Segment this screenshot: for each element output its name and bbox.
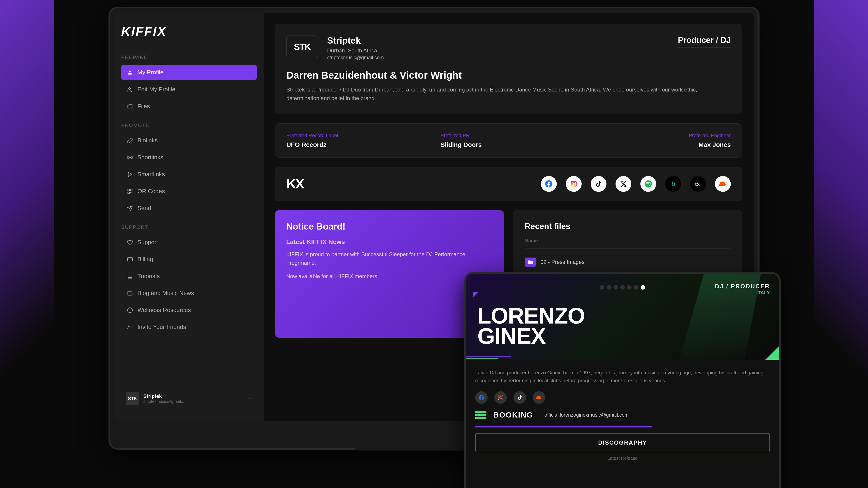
tablet-social-row [475, 391, 770, 404]
beatport-icon[interactable]: b [665, 176, 681, 192]
sidebar-item-send[interactable]: Send [121, 201, 257, 216]
preferred-record-label: Preferred Record Label UFO Recordz [286, 133, 423, 149]
profile-type: Producer / DJ [678, 35, 731, 45]
tablet-content: DJ / PRODUCER ITALY LORENZO GINEX [466, 274, 779, 488]
notice-text-2: Now available for all KIFFIX members! [286, 272, 493, 281]
sidebar-user[interactable]: STK Striptek striptekmusic@gmail... [121, 387, 257, 410]
send-icon [127, 205, 133, 212]
silhouette [680, 274, 761, 360]
tablet-booking-email: official.lorenzoginexmusic@gmail.com [544, 412, 629, 418]
shortlink-icon [127, 154, 133, 161]
dot-6 [634, 285, 638, 290]
dot-1 [600, 285, 604, 290]
tablet-artist-name: LORENZO GINEX [477, 305, 585, 346]
sidebar-item-tutorials[interactable]: Tutorials [121, 269, 257, 284]
edit-user-icon [127, 86, 133, 93]
tablet-bio: Italian DJ and producer Lorenzo Ginex, b… [475, 369, 770, 385]
book-icon [127, 273, 133, 280]
svg-rect-5 [130, 189, 132, 191]
monitor-frame: KIFFIX Prepare My Profile Edit My Profil… [108, 7, 760, 450]
dot-7 [641, 285, 645, 290]
spotify-icon[interactable] [640, 176, 656, 192]
heart-icon [127, 239, 133, 246]
notice-text-1: KIFFIX is proud to partner with Successf… [286, 250, 493, 267]
username: Striptek [143, 393, 243, 399]
user-plus-icon [127, 324, 133, 330]
bar-3 [475, 417, 487, 419]
preferred-value-record: UFO Recordz [286, 141, 423, 149]
soundcloud-icon[interactable] [715, 176, 731, 192]
tiktok-icon[interactable] [591, 176, 607, 192]
dot-4 [620, 285, 625, 290]
sidebar-item-smartlinks[interactable]: Smartlinks [121, 167, 257, 182]
notice-title: Notice Board! [286, 221, 493, 232]
file-name-0: 02 - Press Images [540, 259, 585, 265]
svg-point-0 [129, 70, 131, 72]
tablet-booking-row: BOOKING official.lorenzoginexmusic@gmail… [475, 411, 770, 419]
tablet-tiktok-icon[interactable] [514, 391, 526, 404]
bar-1 [475, 411, 487, 413]
sidebar-item-invite[interactable]: Invite Your Friends [121, 320, 257, 335]
tablet-latest-release: Latest Release [475, 456, 770, 461]
section-label-support: Support [121, 224, 257, 230]
sidebar-item-support[interactable]: Support [121, 235, 257, 250]
file-item-0[interactable]: 02 - Press Images [525, 253, 731, 271]
profile-bio: Striptek is a Producer / DJ Duo from Dur… [286, 86, 731, 103]
bg-accent-right [814, 0, 868, 488]
files-column-header: Name [525, 238, 731, 249]
sidebar-item-wellness[interactable]: Wellness Resources [121, 302, 257, 318]
play-icon [127, 171, 133, 178]
svg-point-21 [575, 182, 576, 183]
tablet-hero: DJ / PRODUCER ITALY LORENZO GINEX [466, 274, 779, 360]
svg-rect-7 [130, 192, 131, 193]
sidebar-item-billing[interactable]: Billing [121, 252, 257, 267]
traxsource-icon[interactable]: tx [690, 176, 706, 192]
app-logo: KIFFIX [121, 24, 257, 39]
twitter-x-icon[interactable] [616, 176, 631, 192]
bg-accent-left [0, 0, 54, 488]
svg-marker-3 [128, 172, 131, 177]
tablet-artist-photo [680, 274, 761, 360]
sidebar: KIFFIX Prepare My Profile Edit My Profil… [114, 13, 264, 421]
profile-logo: STK [286, 35, 318, 58]
profile-type-underline [678, 47, 731, 47]
preferred-engineer: Preferred Engineer Max Jones [595, 133, 731, 149]
sidebar-item-edit-profile[interactable]: Edit My Profile [121, 82, 257, 97]
preferred-label-eng: Preferred Engineer [595, 133, 731, 138]
user-icon [127, 69, 133, 76]
instagram-icon[interactable] [566, 176, 582, 192]
preferred-value-eng: Max Jones [595, 141, 731, 149]
sidebar-item-qr-codes[interactable]: QR Codes [121, 184, 257, 199]
svg-point-20 [573, 183, 575, 185]
user-avatar: STK [126, 392, 139, 405]
svg-text:tx: tx [695, 181, 700, 187]
tablet-facebook-icon[interactable] [475, 391, 488, 404]
facebook-icon[interactable] [541, 176, 557, 192]
recent-files-title: Recent files [525, 222, 731, 231]
qr-icon [127, 188, 133, 195]
user-email: striptekmusic@gmail... [143, 399, 243, 404]
section-label-promote: Promote [121, 123, 257, 128]
social-section: KX [275, 167, 742, 201]
sidebar-item-files[interactable]: Files [121, 99, 257, 114]
sidebar-item-blog[interactable]: Blog and Music News [121, 286, 257, 301]
svg-rect-23 [466, 356, 511, 357]
tablet-soundcloud-icon[interactable] [533, 391, 545, 404]
sidebar-item-biolinks[interactable]: Biolinks [121, 133, 257, 148]
tablet-progress-dots [600, 285, 645, 290]
profile-type-container: Producer / DJ [678, 35, 731, 47]
svg-rect-24 [466, 358, 498, 359]
profile-artist-name: Darren Bezuidenhout & Victor Wright [286, 70, 731, 81]
sidebar-item-shortlinks[interactable]: Shortlinks [121, 150, 257, 165]
dot-3 [614, 285, 618, 290]
discography-button[interactable]: DISCOGRAPHY [475, 433, 770, 452]
profile-info: Striptek Durban, South Africa striptekmu… [327, 35, 669, 61]
tablet-body: Italian DJ and producer Lorenzo Ginex, b… [466, 360, 779, 488]
tablet-instagram-icon[interactable] [494, 391, 507, 404]
preferred-pr: Preferred PR Sliding Doors [440, 133, 577, 149]
svg-rect-4 [128, 189, 129, 191]
preferred-label-pr: Preferred PR [440, 133, 577, 138]
sidebar-item-my-profile[interactable]: My Profile [121, 65, 257, 80]
svg-point-15 [128, 325, 130, 327]
tablet-booking-bars [475, 411, 487, 419]
